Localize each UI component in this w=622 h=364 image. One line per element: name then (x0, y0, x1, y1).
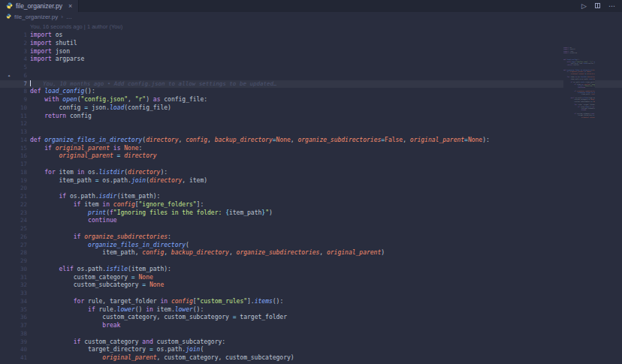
line-number[interactable]: 23 (18, 209, 27, 218)
line-number[interactable]: 18 (18, 169, 27, 177)
code-line[interactable]: 35 if rule.lower() in item.lower(): (0, 306, 622, 314)
code-line[interactable]: 32 custom_subcategory = None (0, 281, 622, 290)
code-line[interactable]: 9 with open("config.json", "r") as confi… (0, 96, 622, 104)
code-line[interactable]: 1import os (0, 32, 622, 40)
line-number[interactable]: 34 (18, 298, 27, 306)
line-number[interactable]: 28 (18, 249, 27, 257)
code-line[interactable]: 4import argparse (0, 56, 622, 64)
code-token: config (186, 137, 207, 143)
line-number[interactable]: 7 (18, 80, 27, 89)
code-line[interactable]: 36 custom_category, custom_subcategory =… (0, 314, 622, 322)
line-number[interactable]: 4 (18, 56, 27, 64)
code-line[interactable]: 27 organize_files_in_directory( (0, 242, 622, 250)
code-line[interactable]: ✦6 (0, 72, 622, 80)
copilot-sparkle-icon[interactable]: ✦ (0, 72, 18, 80)
code-line[interactable]: 17 (0, 161, 622, 169)
line-number[interactable]: 22 (18, 201, 27, 209)
breadcrumb-file[interactable]: file_organizer.py (14, 14, 58, 20)
code-line[interactable]: 26 if organize_subdirectories: (0, 233, 622, 242)
line-number[interactable]: 32 (18, 281, 27, 290)
line-number[interactable]: 40 (18, 346, 27, 354)
code-line[interactable]: 23 print(f"Ignoring files in the folder:… (0, 209, 622, 218)
line-number[interactable]: 35 (18, 306, 27, 314)
code-line[interactable]: 2import shutil (0, 40, 622, 48)
line-number[interactable]: 10 (18, 104, 27, 113)
code-line[interactable]: 11 return config (0, 113, 622, 121)
code-line[interactable]: 13 (0, 128, 622, 137)
code-token: and (142, 338, 152, 345)
line-number[interactable]: 21 (18, 193, 27, 201)
line-number[interactable]: 24 (18, 217, 27, 225)
line-number[interactable]: 36 (18, 314, 27, 322)
code-line[interactable]: 24 continue (0, 217, 622, 225)
code-line[interactable]: 33 (0, 290, 622, 298)
code-line[interactable]: 37 break (0, 322, 622, 330)
code-line[interactable]: 5 (0, 64, 622, 72)
close-tab-icon[interactable]: × (68, 2, 72, 10)
line-number[interactable]: 5 (18, 64, 27, 72)
code-token (30, 145, 44, 152)
code-text (27, 290, 30, 298)
code-line[interactable]: 19 item_path = os.path.join(directory, i… (0, 177, 622, 185)
code-line[interactable]: 14def organize_files_in_directory(direct… (0, 137, 622, 145)
code-line[interactable]: 29 (0, 257, 622, 266)
codelens-blame[interactable]: You, 16 seconds ago | 1 author (You) (0, 21, 622, 32)
line-number[interactable]: 8 (18, 88, 27, 96)
line-number[interactable]: 26 (18, 233, 27, 242)
line-number[interactable]: 37 (18, 322, 27, 330)
code-line[interactable]: 12 (0, 120, 622, 128)
tab-file-organizer[interactable]: file_organizer.py × (0, 0, 79, 12)
code-line[interactable]: 16 original_parent = directory (0, 152, 622, 161)
code-line[interactable]: 22 if item in config["ignore_folders"]: (0, 201, 622, 209)
code-line[interactable]: 18 for item in os.listdir(directory): (0, 169, 622, 177)
line-number[interactable]: 29 (18, 257, 27, 266)
run-python-file-icon[interactable]: ▷ (581, 2, 587, 10)
split-editor-icon[interactable] (595, 2, 600, 10)
code-editor[interactable]: You, 16 seconds ago | 1 author (You) 1im… (0, 21, 622, 362)
code-line[interactable]: 41 original_parent, custom_category, cus… (0, 354, 622, 362)
line-number[interactable]: 15 (18, 145, 27, 153)
code-token: ) (381, 249, 385, 256)
line-number[interactable]: 17 (18, 161, 27, 169)
line-number[interactable]: 27 (18, 242, 27, 250)
line-number[interactable]: 16 (18, 152, 27, 161)
line-number[interactable]: 1 (18, 32, 27, 40)
code-line[interactable]: 40 target_directory = os.path.join( (0, 346, 622, 354)
code-line[interactable]: 15 if original_parent is None: (0, 145, 622, 153)
line-number[interactable]: 9 (18, 96, 27, 104)
code-token: listdir (99, 169, 125, 176)
line-number[interactable]: 20 (18, 185, 27, 193)
more-actions-icon[interactable]: ⋯ (608, 2, 615, 10)
code-line[interactable]: 31 custom_category = None (0, 274, 622, 282)
code-line[interactable]: 10 config = json.load(config_file) (0, 104, 622, 113)
line-number[interactable]: 14 (18, 137, 27, 145)
line-number[interactable]: 33 (18, 290, 27, 298)
code-line[interactable]: 20 (0, 185, 622, 193)
line-number[interactable]: 13 (18, 128, 27, 137)
code-line[interactable]: 30 elif os.path.isfile(item_path): (0, 266, 622, 274)
code-line[interactable]: 38 (0, 330, 622, 338)
line-number[interactable]: 11 (18, 113, 27, 121)
glyph-margin (0, 306, 18, 314)
line-number[interactable]: 41 (18, 354, 27, 362)
line-number[interactable]: 3 (18, 48, 27, 56)
line-number[interactable]: 38 (18, 330, 27, 338)
code-line[interactable]: 39 if custom_category and custom_subcate… (0, 338, 622, 347)
line-number[interactable]: 19 (18, 177, 27, 185)
code-line[interactable]: 28 item_path, config, backup_directory, … (0, 249, 622, 257)
line-number[interactable]: 25 (18, 225, 27, 233)
code-line[interactable]: 25 (0, 225, 622, 233)
code-line[interactable]: 34 for rule, target_folder in config["cu… (0, 298, 622, 306)
line-number[interactable]: 30 (18, 266, 27, 274)
code-line[interactable]: 8def load_config(): (0, 88, 622, 96)
minimap[interactable]: import osimport shutilimport jsonimport … (563, 47, 595, 364)
line-number[interactable]: 6 (18, 72, 27, 80)
code-line[interactable]: 3import json (0, 48, 622, 56)
code-line[interactable]: 21 if os.path.isdir(item_path): (0, 193, 622, 201)
code-line[interactable]: 7You, 10 months ago • Add config.json to… (0, 80, 622, 89)
breadcrumb-symbol[interactable]: … (66, 14, 72, 20)
line-number[interactable]: 2 (18, 40, 27, 48)
line-number[interactable]: 12 (18, 120, 27, 128)
line-number[interactable]: 31 (18, 274, 27, 282)
line-number[interactable]: 39 (18, 338, 27, 347)
